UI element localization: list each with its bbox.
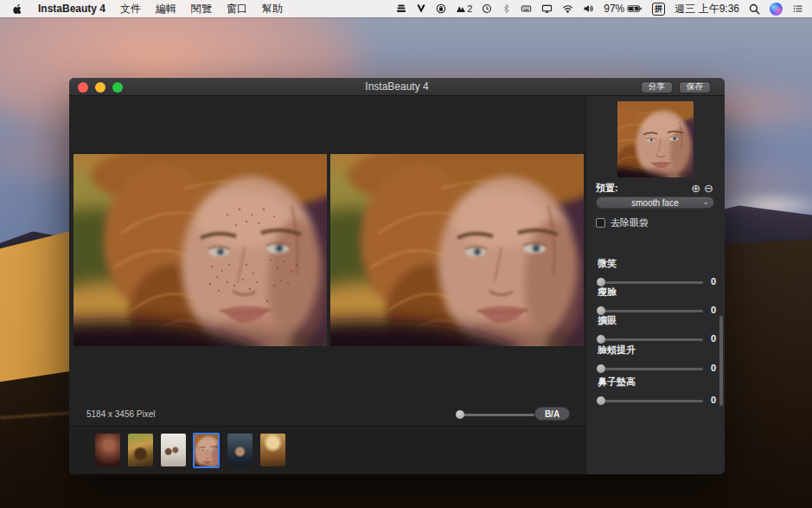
slider-label: 瘦臉: [598, 286, 716, 299]
remove-eyebags-checkbox[interactable]: [596, 218, 605, 228]
layers-icon[interactable]: [396, 3, 406, 14]
slider-label: 臉頰提升: [598, 344, 716, 357]
slider-enlarge-eyes: 擴眼 0: [598, 314, 716, 340]
notification-center-icon[interactable]: [792, 3, 803, 14]
add-preset-icon[interactable]: ⊕: [691, 183, 700, 194]
adjustments-panel: 預置: ⊕ ⊖ smooth face ⌄ 去除眼袋 微笑: [585, 96, 725, 474]
slider-track[interactable]: [598, 310, 703, 312]
filmstrip-thumbnail[interactable]: [128, 434, 153, 466]
zoom-slider[interactable]: [457, 414, 534, 416]
spotlight-search-icon[interactable]: [749, 3, 760, 15]
keyboard-icon[interactable]: [521, 3, 532, 14]
menu-help[interactable]: 幫助: [262, 2, 283, 16]
slider-track[interactable]: [598, 338, 703, 341]
filmstrip-thumbnail[interactable]: [227, 434, 253, 466]
volume-icon[interactable]: [583, 3, 594, 14]
input-method-icon[interactable]: 拼: [652, 3, 665, 16]
after-photo[interactable]: [330, 154, 584, 346]
time-machine-icon[interactable]: [482, 3, 492, 14]
slider-track[interactable]: [598, 281, 703, 284]
window-title: InstaBeauty 4: [69, 80, 725, 93]
slider-nose-lift: 鼻子墊高 0: [598, 376, 716, 402]
save-button[interactable]: 保存: [679, 81, 711, 93]
preset-label: 預置:: [596, 182, 618, 195]
zoom-button[interactable]: [112, 82, 123, 93]
slider-thumb[interactable]: [597, 396, 605, 405]
lock-circle-icon[interactable]: [436, 3, 446, 14]
title-bar[interactable]: InstaBeauty 4 分享 保存: [69, 78, 725, 96]
panel-scrollbar[interactable]: [719, 316, 723, 406]
slider-label: 擴眼: [598, 314, 716, 327]
filmstrip-thumbnail[interactable]: [161, 434, 186, 466]
battery-percent: 97%: [604, 3, 624, 15]
minimize-button[interactable]: [95, 82, 105, 93]
slider-track[interactable]: [598, 400, 703, 402]
filmstrip-thumbnail-selected[interactable]: [193, 433, 220, 468]
menu-edit[interactable]: 編輯: [156, 2, 176, 16]
remove-preset-icon[interactable]: ⊖: [704, 183, 713, 194]
close-button[interactable]: [78, 82, 88, 93]
editor-canvas: 5184 x 3456 Pixel B/A: [69, 96, 585, 474]
share-button[interactable]: 分享: [641, 81, 673, 93]
menu-view[interactable]: 閱覽: [191, 2, 212, 16]
before-photo[interactable]: [74, 154, 327, 346]
menu-window[interactable]: 窗口: [227, 2, 247, 16]
apple-menu-icon[interactable]: [12, 3, 23, 15]
canvas-status-bar: 5184 x 3456 Pixel B/A: [69, 403, 585, 426]
menubar-clock[interactable]: 週三 上午9:36: [675, 2, 739, 16]
before-after-button[interactable]: B/A: [534, 407, 570, 421]
mountain-badge-icon[interactable]: 2: [456, 3, 472, 14]
battery-status[interactable]: 97%: [604, 3, 643, 15]
chevron-down-icon: ⌄: [702, 197, 709, 206]
preset-dropdown-value: smooth face: [631, 198, 678, 208]
v-app-icon[interactable]: [416, 3, 426, 14]
slider-value: 0: [711, 395, 716, 405]
battery-charging-icon: [627, 3, 643, 14]
menu-bar: InstaBeauty 4 文件 編輯 閱覽 窗口 幫助 2: [0, 0, 812, 17]
menubar-app-name[interactable]: InstaBeauty 4: [38, 3, 105, 15]
slider-label: 鼻子墊高: [598, 376, 716, 389]
slider-track[interactable]: [598, 368, 703, 370]
filmstrip: [69, 426, 585, 474]
slider-slim-face: 瘦臉 0: [598, 286, 716, 312]
zoom-slider-thumb[interactable]: [456, 410, 464, 419]
siri-icon[interactable]: [770, 3, 783, 16]
slider-value: 0: [711, 363, 716, 373]
preview-thumbnail: [617, 101, 694, 177]
remove-eyebags-label: 去除眼袋: [611, 216, 649, 229]
image-size-label: 5184 x 3456 Pixel: [86, 409, 156, 419]
slider-value: 0: [711, 333, 716, 344]
filmstrip-thumbnail[interactable]: [260, 434, 285, 466]
badge-count: 2: [467, 3, 472, 14]
slider-thumb[interactable]: [597, 335, 605, 344]
slider-thumb[interactable]: [597, 364, 605, 373]
desktop: InstaBeauty 4 文件 編輯 閱覽 窗口 幫助 2: [0, 0, 812, 508]
app-window: InstaBeauty 4 分享 保存 5184 x 3456 Pixel B/: [69, 78, 725, 474]
menu-file[interactable]: 文件: [120, 2, 141, 16]
slider-smile: 微笑 0: [598, 257, 716, 283]
bluetooth-icon[interactable]: [502, 3, 511, 14]
slider-label: 微笑: [598, 257, 716, 270]
wifi-icon[interactable]: [562, 3, 573, 14]
filmstrip-thumbnail[interactable]: [95, 434, 120, 466]
airplay-display-icon[interactable]: [541, 3, 553, 14]
preset-dropdown[interactable]: smooth face ⌄: [596, 196, 714, 209]
slider-cheek-lift: 臉頰提升 0: [598, 344, 716, 370]
